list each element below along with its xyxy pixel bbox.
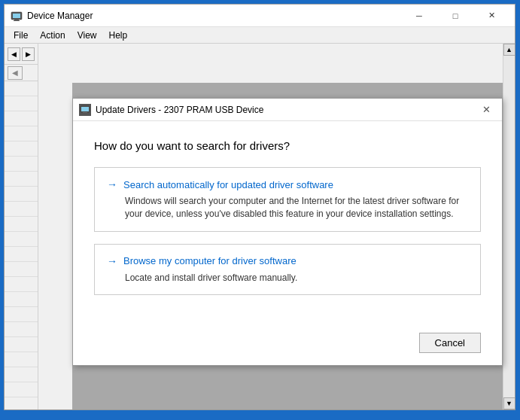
browse-desc: Locate and install driver software manua…	[125, 272, 468, 285]
window-title: Device Manager	[27, 11, 402, 21]
cancel-button[interactable]: Cancel	[419, 333, 481, 353]
sidebar-nav: ◀	[5, 65, 38, 81]
window-controls: ─ □ ✕	[402, 5, 509, 27]
scroll-up-button[interactable]: ▲	[503, 44, 515, 56]
vertical-scrollbar: ▲ ▼	[503, 44, 515, 409]
option-2-title-row: → Browse my computer for driver software	[107, 255, 468, 267]
toolbar-btn-1[interactable]: ◀	[8, 47, 20, 61]
svg-rect-1	[13, 14, 20, 18]
auto-search-link[interactable]: Search automatically for updated driver …	[123, 179, 333, 190]
option-1-title-row: → Search automatically for updated drive…	[107, 178, 468, 190]
auto-search-desc: Windows will search your computer and th…	[125, 195, 468, 221]
dialog-header: How do you want to search for drivers?	[94, 139, 481, 152]
menu-help[interactable]: Help	[103, 29, 134, 42]
sidebar-tree	[5, 81, 38, 409]
menu-action[interactable]: Action	[34, 29, 71, 42]
app-icon	[11, 10, 23, 22]
dialog-body: How do you want to search for drivers? →…	[73, 121, 502, 325]
dialog-footer: Cancel	[73, 325, 502, 365]
tree-decoration	[5, 81, 38, 409]
menu-bar: File Action View Help	[5, 27, 515, 44]
dialog-icon	[79, 104, 91, 116]
maximize-button[interactable]: □	[438, 5, 473, 27]
content-area: Update Drivers - 2307 PRAM USB Device ✕ …	[38, 44, 503, 409]
minimize-button[interactable]: ─	[402, 5, 436, 27]
auto-search-option[interactable]: → Search automatically for updated drive…	[94, 167, 481, 232]
svg-rect-7	[82, 113, 88, 114]
scroll-down-button[interactable]: ▼	[503, 397, 515, 409]
dialog-close-button[interactable]: ✕	[476, 100, 496, 120]
back-button[interactable]: ◀	[8, 66, 23, 80]
arrow-icon-1: →	[107, 178, 117, 190]
menu-file[interactable]: File	[8, 29, 34, 42]
title-bar: Device Manager ─ □ ✕	[5, 5, 515, 27]
dialog-overlay: Update Drivers - 2307 PRAM USB Device ✕ …	[72, 83, 503, 409]
scroll-track[interactable]	[503, 56, 515, 397]
sidebar-toolbar: ◀ ▶	[5, 44, 38, 65]
dialog-title-bar: Update Drivers - 2307 PRAM USB Device ✕	[73, 99, 502, 121]
browse-option[interactable]: → Browse my computer for driver software…	[94, 244, 481, 296]
sidebar: ◀ ▶ ◀	[5, 44, 38, 409]
browse-link[interactable]: Browse my computer for driver software	[123, 255, 296, 266]
main-content: ◀ ▶ ◀	[5, 44, 515, 409]
svg-rect-3	[14, 20, 20, 21]
device-manager-window: Device Manager ─ □ ✕ File Action View He…	[4, 4, 515, 410]
svg-rect-5	[81, 107, 89, 111]
close-button[interactable]: ✕	[474, 5, 509, 27]
arrow-icon-2: →	[107, 255, 117, 267]
update-drivers-dialog: Update Drivers - 2307 PRAM USB Device ✕ …	[72, 98, 503, 366]
menu-view[interactable]: View	[71, 29, 103, 42]
dialog-title: Update Drivers - 2307 PRAM USB Device	[96, 105, 476, 115]
toolbar-btn-2[interactable]: ▶	[22, 47, 35, 61]
